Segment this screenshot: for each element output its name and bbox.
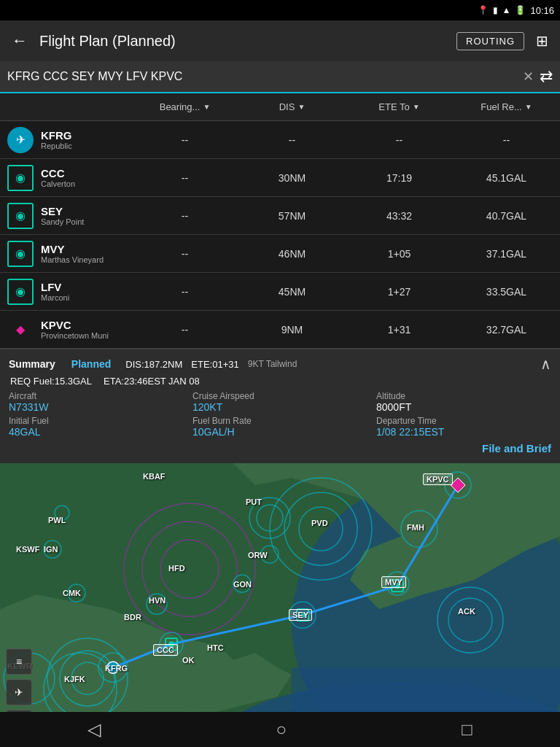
nav-home-button[interactable]: ○ (254, 713, 308, 746)
table-row[interactable]: ◉ SEY Sandy Point -- 57NM 43:32 40.7GAL (0, 197, 560, 235)
layout-icon[interactable]: ⊞ (533, 29, 551, 53)
waypoint-sub: Calverton (41, 179, 75, 188)
req-fuel: REQ Fuel:15.3GAL (10, 376, 92, 387)
sim-icon: ▮ (493, 5, 498, 15)
nav-back-button[interactable]: ◁ (66, 713, 122, 746)
nav-recents-button[interactable]: □ (440, 713, 494, 746)
fuel-burn-cell: Fuel Burn Rate 10GAL/H (192, 416, 368, 438)
clear-icon[interactable]: ✕ (523, 69, 534, 85)
table-header: Bearing... ▼ DIS ▼ ETE To ▼ Fuel Re... ▼ (0, 93, 560, 121)
swap-icon[interactable]: ⇄ (540, 67, 553, 86)
ete-cell: 1+27 (346, 286, 453, 298)
waypoint-icon: ✈ (7, 127, 34, 153)
ete-cell: 1+05 (346, 248, 453, 260)
initial-fuel-label: Initial Fuel (9, 416, 184, 426)
ete-cell: -- (346, 134, 453, 146)
departure-value: 1/08 22:15EST (376, 426, 551, 438)
planned-badge: Planned (71, 358, 111, 370)
table-row[interactable]: ◉ LFV Marconi -- 45NM 1+27 33.5GAL (0, 273, 560, 311)
dis-dropdown-icon: ▼ (298, 103, 305, 111)
table-row[interactable]: ◉ MVY Marthas Vineyard -- 46NM 1+05 37.1… (0, 235, 560, 273)
waypoint-name: KFRG (41, 129, 72, 142)
bearing-cell: -- (131, 324, 238, 336)
waypoint-icon: ◆ (7, 317, 34, 343)
summary-ete: ETE:01+31 (191, 359, 238, 370)
bearing-cell: -- (131, 286, 238, 298)
wifi-icon: ▲ (502, 5, 511, 15)
ete-cell: 43:32 (346, 210, 453, 222)
bearing-cell: -- (131, 248, 238, 260)
bearing-cell: -- (131, 210, 238, 222)
waypoint-name: MVY (41, 243, 104, 255)
aircraft-cell: Aircraft N7331W (9, 391, 184, 413)
table-row[interactable]: ✈ KFRG Republic -- -- -- -- (0, 121, 560, 159)
fuel-cell: 32.7GAL (453, 324, 560, 336)
chevron-up-icon[interactable]: ∧ (540, 355, 551, 373)
nav-bar: ◁ ○ □ (0, 712, 560, 747)
cruise-label: Cruise Airspeed (192, 391, 368, 401)
waypoint-sub: Marconi (41, 293, 69, 302)
waypoint-name: SEY (41, 205, 84, 217)
dis-column-header[interactable]: DIS ▼ (238, 101, 346, 112)
bearing-cell: -- (131, 134, 238, 146)
fuel-cell: 37.1GAL (453, 248, 560, 260)
routing-button[interactable]: ROUTING (456, 32, 524, 50)
ete-column-header[interactable]: ETE To ▼ (346, 101, 453, 112)
aircraft-label: Aircraft (9, 391, 184, 401)
svg-point-34 (107, 662, 119, 673)
waypoint-icon: ◉ (7, 203, 34, 229)
fuel-burn-value: 10GAL/H (192, 426, 368, 438)
file-and-brief-button[interactable]: File and Brief (482, 439, 551, 457)
search-input[interactable] (7, 70, 517, 83)
top-bar: ← Flight Plan (Planned) ROUTING ⊞ (0, 20, 560, 61)
map-controls: ≡ ✈ ↑ + (0, 463, 38, 747)
summary-tailwind: 9KT Tailwind (248, 359, 298, 369)
waypoint-sub: Marthas Vineyard (41, 255, 104, 264)
waypoint-sub: Sandy Point (41, 217, 84, 226)
aircraft-value: N7331W (9, 401, 184, 413)
waypoint-name: LFV (41, 281, 69, 293)
back-button[interactable]: ← (9, 28, 31, 53)
bearing-column-header[interactable]: Bearing... ▼ (131, 101, 238, 112)
departure-label: Departure Time (376, 416, 551, 426)
waypoint-sub: Republic (41, 142, 72, 150)
layers-button[interactable]: ≡ (6, 649, 32, 675)
ete-cell: 1+31 (346, 324, 453, 336)
dis-cell: 30NM (238, 172, 346, 184)
table-row[interactable]: ◆ KPVC Provincetown Muni -- 9NM 1+31 32.… (0, 311, 560, 349)
cruise-airspeed-cell: Cruise Airspeed 120KT (192, 391, 368, 413)
altitude-label: Altitude (376, 391, 551, 401)
altitude-value: 8000FT (376, 401, 551, 413)
summary-label: Summary (9, 358, 55, 370)
waypoint-name: CCC (41, 167, 75, 179)
battery-icon: 🔋 (515, 5, 526, 15)
fuel-cell: 40.7GAL (453, 210, 560, 222)
waypoint-icon: ◉ (7, 241, 34, 267)
dis-cell: 45NM (238, 286, 346, 298)
fuel-burn-label: Fuel Burn Rate (192, 416, 368, 426)
dis-cell: 46NM (238, 248, 346, 260)
ete-dropdown-icon: ▼ (413, 103, 420, 111)
summary-panel: Summary Planned DIS:187.2NM ETE:01+31 9K… (0, 349, 560, 463)
cruise-value: 120KT (192, 401, 368, 413)
bearing-dropdown-icon: ▼ (203, 103, 210, 111)
airplane-button[interactable]: ✈ (6, 679, 32, 705)
dis-cell: 9NM (238, 324, 346, 336)
bearing-cell: -- (131, 172, 238, 184)
map-container: KPVC MVY SEY CCC PUT PVD FMH ACK HVN ORW… (0, 463, 560, 747)
departure-cell: Departure Time 1/08 22:15EST (376, 416, 551, 438)
eta: ETA:23:46EST JAN 08 (104, 376, 200, 387)
svg-point-40 (394, 583, 400, 589)
clock: 10:16 (530, 5, 554, 16)
table-row[interactable]: ◉ CCC Calverton -- 30NM 17:19 45.1GAL (0, 159, 560, 197)
waypoint-icon: ◉ (7, 165, 34, 191)
initial-fuel-value: 48GAL (9, 426, 184, 438)
waypoint-name: KPVC (41, 319, 109, 331)
altitude-cell: Altitude 8000FT (376, 391, 551, 413)
page-title: Flight Plan (Planned) (39, 33, 448, 50)
dis-cell: 57NM (238, 210, 346, 222)
summary-dis: DIS:187.2NM (125, 359, 182, 370)
dis-cell: -- (238, 134, 346, 146)
fuel-column-header[interactable]: Fuel Re... ▼ (453, 101, 560, 112)
waypoint-icon: ◉ (7, 279, 34, 305)
